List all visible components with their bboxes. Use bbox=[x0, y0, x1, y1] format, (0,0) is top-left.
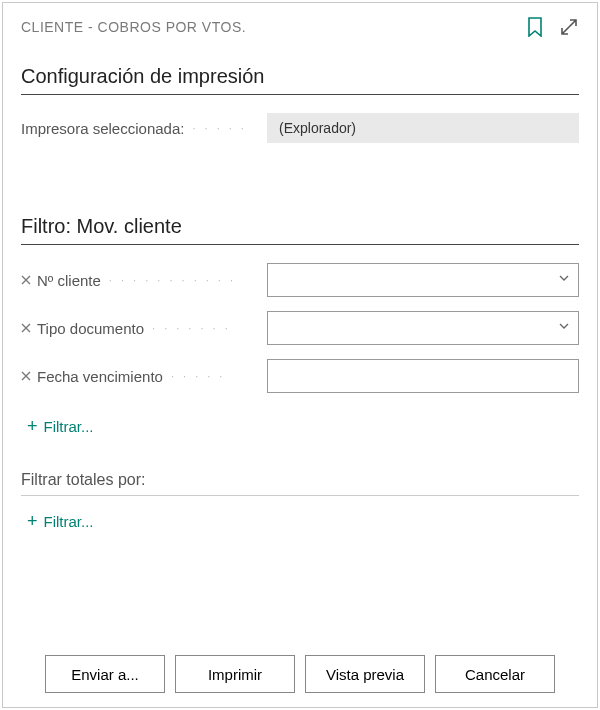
dots: · · · · · · · · · · · bbox=[101, 274, 267, 286]
section-rule bbox=[21, 94, 579, 95]
remove-filter-icon[interactable] bbox=[21, 323, 31, 333]
label-cell: Fecha vencimiento · · · · · bbox=[21, 368, 267, 385]
filter-row-cliente: Nº cliente · · · · · · · · · · · bbox=[21, 263, 579, 297]
section-rule bbox=[21, 244, 579, 245]
header-actions bbox=[525, 17, 579, 37]
add-totals-filter-button[interactable]: + Filtrar... bbox=[27, 512, 579, 530]
dots: · · · · · bbox=[184, 122, 267, 134]
label-cell: Tipo documento · · · · · · · bbox=[21, 320, 267, 337]
dots: · · · · · · · bbox=[144, 322, 267, 334]
add-filter-label: Filtrar... bbox=[44, 418, 94, 435]
fecha-input[interactable] bbox=[267, 359, 579, 393]
tipo-doc-select[interactable] bbox=[267, 311, 579, 345]
dialog-title: CLIENTE - COBROS POR VTOS. bbox=[21, 19, 246, 35]
filter-label-fecha: Fecha vencimiento bbox=[37, 368, 163, 385]
section-heading-filter: Filtro: Mov. cliente bbox=[21, 215, 579, 238]
bookmark-icon[interactable] bbox=[525, 17, 545, 37]
add-totals-filter-label: Filtrar... bbox=[44, 513, 94, 530]
remove-filter-icon[interactable] bbox=[21, 275, 31, 285]
section-heading-print: Configuración de impresión bbox=[21, 65, 579, 88]
totals-heading: Filtrar totales por: bbox=[21, 471, 579, 489]
add-filter-button[interactable]: + Filtrar... bbox=[27, 417, 579, 435]
printer-value[interactable]: (Explorador) bbox=[267, 113, 579, 143]
cliente-input[interactable] bbox=[267, 263, 579, 297]
filter-label-tipo-doc: Tipo documento bbox=[37, 320, 144, 337]
print-button[interactable]: Imprimir bbox=[175, 655, 295, 693]
filter-row-fecha: Fecha vencimiento · · · · · bbox=[21, 359, 579, 393]
sub-rule bbox=[21, 495, 579, 496]
send-to-button[interactable]: Enviar a... bbox=[45, 655, 165, 693]
plus-icon: + bbox=[27, 512, 38, 530]
plus-icon: + bbox=[27, 417, 38, 435]
dots: · · · · · bbox=[163, 370, 267, 382]
dialog-header: CLIENTE - COBROS POR VTOS. bbox=[21, 11, 579, 41]
row-printer: Impresora seleccionada: · · · · · (Explo… bbox=[21, 113, 579, 143]
label-cell: Nº cliente · · · · · · · · · · · bbox=[21, 272, 267, 289]
preview-button[interactable]: Vista previa bbox=[305, 655, 425, 693]
tipo-doc-input[interactable] bbox=[267, 311, 579, 345]
expand-icon[interactable] bbox=[559, 17, 579, 37]
dialog-cliente-cobros: CLIENTE - COBROS POR VTOS. Configuración… bbox=[2, 2, 598, 708]
filter-row-tipo-doc: Tipo documento · · · · · · · bbox=[21, 311, 579, 345]
cliente-select[interactable] bbox=[267, 263, 579, 297]
printer-label: Impresora seleccionada: bbox=[21, 120, 184, 137]
cancel-button[interactable]: Cancelar bbox=[435, 655, 555, 693]
filter-label-cliente: Nº cliente bbox=[37, 272, 101, 289]
dialog-footer: Enviar a... Imprimir Vista previa Cancel… bbox=[3, 655, 597, 693]
label-cell-printer: Impresora seleccionada: · · · · · bbox=[21, 120, 267, 137]
remove-filter-icon[interactable] bbox=[21, 371, 31, 381]
